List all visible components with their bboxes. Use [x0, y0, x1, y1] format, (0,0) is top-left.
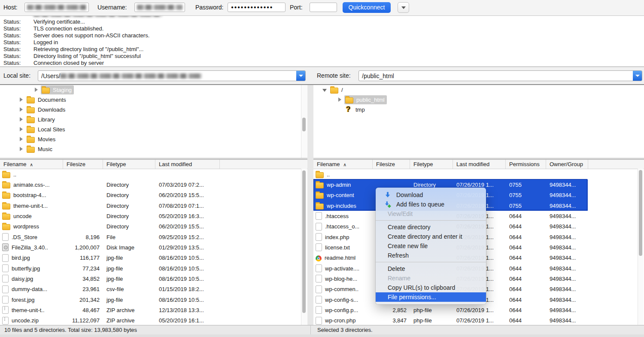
disclosure-triangle-icon[interactable] — [335, 97, 344, 103]
last-modified-cell: 05/20/2019 16:3... — [155, 213, 220, 219]
menu-item-create-new-file[interactable]: Create new file — [376, 241, 486, 251]
file-row-theme-unit-t[interactable]: theme-unit-t...Directory07/08/2019 07:1.… — [0, 200, 307, 211]
password-input[interactable]: ●●●●●●●●●●●●● — [228, 3, 286, 12]
file-row-forest-jpg[interactable]: forest.jpg201,342jpg-file08/16/2019 10:5… — [0, 294, 307, 305]
tree-item-item[interactable]: / — [313, 85, 644, 95]
disclosure-triangle-icon[interactable] — [16, 146, 26, 152]
last-modified-cell: 01/15/2019 18:2... — [155, 286, 220, 292]
owner-group-cell: 9498344... — [546, 255, 588, 261]
local-tree-scrollbar-thumb[interactable] — [302, 118, 306, 131]
file-row-bootstrap-4[interactable]: bootstrap-4...Directory06/20/2019 15:5..… — [0, 190, 307, 200]
filesize-cell: 1,200,007 — [63, 244, 103, 251]
file-row-daisy-jpg[interactable]: daisy.jpg34,852jpg-file08/16/2019 10:5..… — [0, 273, 307, 284]
tree-item-label: Local Sites — [38, 126, 65, 133]
file-row-dummy-data[interactable]: dummy-data...23,961csv-file01/15/2019 18… — [0, 284, 307, 294]
redacted-log-text — [33, 16, 162, 17]
file-row-wp-cron-php[interactable]: wp-cron.php3,847php-file07/26/2019 1...0… — [313, 316, 644, 325]
local-list-scrollbar-thumb[interactable] — [302, 170, 306, 313]
disclosure-triangle-icon[interactable] — [16, 116, 26, 123]
remote-site-dropdown-icon[interactable] — [633, 71, 642, 81]
menu-item-copy-url-s-to-clipboard[interactable]: Copy URL(s) to clipboard — [376, 283, 486, 292]
quickconnect-button[interactable]: Quickconnect — [343, 2, 391, 13]
local-list-scrollbar[interactable] — [301, 169, 307, 325]
disclosure-triangle-icon[interactable] — [31, 87, 41, 93]
file-row-item[interactable]: .. — [0, 169, 307, 179]
tree-item-label: Documents — [38, 97, 66, 103]
file-row-theme-unit-t[interactable]: theme-unit-t..48,467ZIP archive12/13/201… — [0, 305, 307, 315]
menu-item-create-directory[interactable]: Create directory — [376, 222, 486, 232]
tree-item-tmp[interactable]: tmp — [313, 105, 644, 115]
username-input[interactable] — [134, 3, 185, 12]
menu-item-refresh[interactable]: Refresh — [376, 251, 486, 260]
log-status-label: Status: — [0, 32, 33, 39]
column-header-filename[interactable]: Filename∧ — [313, 160, 373, 169]
menu-item-delete[interactable]: Delete — [376, 264, 486, 273]
quickconnect-dropdown-button[interactable] — [398, 2, 409, 13]
column-header-filetype[interactable]: Filetype — [103, 160, 155, 169]
column-header-last-modified[interactable]: Last modified — [453, 160, 506, 169]
file-row-filezilla-3-40[interactable]: FileZilla_3.40..1,200,007Disk Image01/29… — [0, 242, 307, 252]
file-row-animate-css[interactable]: animate.css-...Directory07/03/2019 07:2.… — [0, 179, 307, 190]
file-row-butterfly-jpg[interactable]: butterfly.jpg77,234jpg-file08/16/2019 10… — [0, 263, 307, 273]
owner-group-cell: 9498344... — [546, 192, 588, 198]
menu-item-add-files-to-queue[interactable]: Add files to queue — [376, 200, 486, 209]
filename-cell: wp-commen.. — [313, 285, 373, 293]
file-row-wp-config-p[interactable]: wp-config.p...2,852php-file07/26/2019 1.… — [313, 305, 644, 315]
filename-cell: wp-activate.... — [313, 264, 373, 272]
file-row-ds-store[interactable]: .DS_Store8,196File09/25/2019 15:2... — [0, 232, 307, 242]
last-modified-cell: 07/26/2019 1... — [453, 307, 506, 313]
remote-list-scrollbar-thumb[interactable] — [639, 170, 642, 256]
filename-cell: wordpress — [0, 223, 63, 230]
log-message: Retrieving directory listing of "/public… — [33, 46, 143, 53]
column-header-filesize[interactable]: Filesize — [63, 160, 103, 169]
folder-icon — [27, 147, 35, 153]
filetype-cell: Directory — [103, 182, 155, 188]
tree-item-music[interactable]: Music — [0, 144, 307, 154]
tree-item-staging[interactable]: Staging — [0, 85, 307, 95]
local-site-dropdown-icon[interactable] — [296, 71, 305, 81]
tree-item-documents[interactable]: Documents — [0, 95, 307, 105]
owner-group-cell: 9498344... — [546, 265, 588, 272]
disclosure-triangle-icon[interactable] — [16, 126, 26, 133]
port-input[interactable] — [310, 3, 337, 12]
disclosure-triangle-icon[interactable] — [16, 106, 26, 113]
tree-item-public-html[interactable]: public_html — [313, 95, 644, 105]
filename-cell: bird.jpg — [0, 254, 63, 262]
remote-list-scrollbar[interactable] — [638, 169, 644, 325]
remote-site-combobox[interactable]: /public_html — [358, 70, 642, 81]
disclosure-triangle-icon[interactable] — [16, 136, 26, 143]
filesize-cell: 11,122,097 — [63, 317, 103, 324]
tree-item-movies[interactable]: Movies — [0, 134, 307, 144]
local-site-combobox[interactable]: /Users/ — [38, 70, 306, 81]
tree-item-label: tmp — [355, 106, 365, 113]
folder-icon — [2, 203, 10, 209]
file-row-uncode-zip[interactable]: uncode.zip11,122,097ZIP archive05/20/201… — [0, 316, 307, 325]
file-row-uncode[interactable]: uncodeDirectory05/20/2019 16:3... — [0, 211, 307, 221]
file-row-wordpress[interactable]: wordpressDirectory06/20/2019 15:5... — [0, 222, 307, 232]
tree-item-local-sites[interactable]: Local Sites — [0, 124, 307, 134]
file-row-bird-jpg[interactable]: bird.jpg116,177jpg-file08/16/2019 10:5..… — [0, 253, 307, 263]
local-site-bar: Local site: /Users/ — [0, 67, 310, 85]
file-row-item[interactable]: .. — [313, 169, 644, 179]
column-header-owner-group[interactable]: Owner/Group — [546, 160, 588, 169]
tree-label-box: tmp — [344, 106, 367, 114]
menu-item-download[interactable]: Download — [376, 190, 486, 200]
permissions-cell: 0755 — [506, 182, 546, 188]
tree-item-library[interactable]: Library — [0, 115, 307, 124]
column-header-permissions[interactable]: Permissions — [506, 160, 546, 169]
disclosure-triangle-icon[interactable] — [320, 87, 329, 93]
column-header-last-modified[interactable]: Last modified — [155, 160, 220, 169]
filetype-cell: File — [103, 234, 155, 240]
folder-icon — [2, 182, 10, 188]
host-input[interactable] — [24, 3, 89, 12]
permissions-cell: 0644 — [506, 255, 546, 261]
column-header-filetype[interactable]: Filetype — [410, 160, 453, 169]
menu-item-create-directory-and-enter-it[interactable]: Create directory and enter it — [376, 232, 486, 241]
column-header-filesize[interactable]: Filesize — [373, 160, 410, 169]
disclosure-triangle-icon[interactable] — [16, 97, 26, 103]
local-tree-scrollbar[interactable] — [301, 85, 307, 158]
column-header-filename[interactable]: Filename∧ — [0, 160, 63, 169]
owner-group-cell: 9498344... — [546, 223, 588, 230]
tree-item-downloads[interactable]: Downloads — [0, 105, 307, 115]
menu-item-file-permissions[interactable]: File permissions... — [376, 292, 486, 302]
